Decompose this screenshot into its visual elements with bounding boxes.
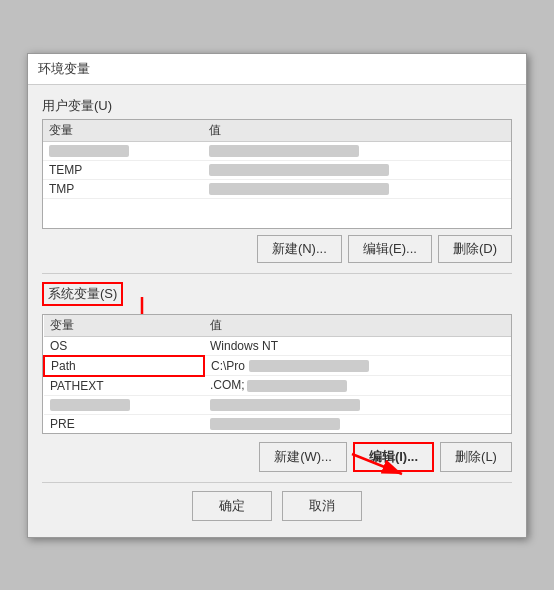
table-row[interactable]: [44, 395, 511, 414]
new-sys-button[interactable]: 新建(W)...: [259, 442, 347, 472]
user-col-val: 值: [203, 120, 511, 142]
table-row[interactable]: PRE: [44, 414, 511, 433]
bottom-btn-row: 确定 取消: [42, 491, 512, 525]
system-vars-table: 变量 值 OS Windows NT Path C:\Pro: [43, 315, 511, 434]
var-name: [43, 141, 203, 160]
environment-variables-dialog: 环境变量 用户变量(U) 变量 值: [27, 53, 527, 538]
ok-button[interactable]: 确定: [192, 491, 272, 521]
var-value: Windows NT: [204, 336, 511, 356]
edit-sys-button[interactable]: 编辑(I)...: [353, 442, 434, 472]
var-name: PATHEXT: [44, 376, 204, 396]
var-name-path: Path: [44, 356, 204, 376]
sys-col-val: 值: [204, 315, 511, 337]
title-text: 环境变量: [38, 61, 90, 76]
system-vars-table-container[interactable]: 变量 值 OS Windows NT Path C:\Pro: [42, 314, 512, 434]
var-name: TEMP: [43, 160, 203, 179]
var-value: [204, 414, 511, 433]
system-vars-section: 系统变量(S) 变量 值: [42, 282, 512, 472]
system-section-label: 系统变量(S): [42, 282, 123, 306]
var-value: .COM;: [204, 376, 511, 396]
user-section-label: 用户变量(U): [42, 97, 512, 115]
new-user-button[interactable]: 新建(N)...: [257, 235, 342, 263]
var-value: [203, 160, 511, 179]
edit-user-button[interactable]: 编辑(E)...: [348, 235, 432, 263]
delete-user-button[interactable]: 删除(D): [438, 235, 512, 263]
cancel-button[interactable]: 取消: [282, 491, 362, 521]
table-row[interactable]: TEMP: [43, 160, 511, 179]
table-row[interactable]: TMP: [43, 179, 511, 198]
var-name: TMP: [43, 179, 203, 198]
table-row[interactable]: OS Windows NT: [44, 336, 511, 356]
table-row-path[interactable]: Path C:\Pro: [44, 356, 511, 376]
var-value-path: C:\Pro: [204, 356, 511, 376]
var-name: PRE: [44, 414, 204, 433]
table-row[interactable]: PATHEXT .COM;: [44, 376, 511, 396]
delete-sys-button[interactable]: 删除(L): [440, 442, 512, 472]
user-col-var: 变量: [43, 120, 203, 142]
user-vars-table-container[interactable]: 变量 值 TEMP TMP: [42, 119, 512, 229]
sys-col-var: 变量: [44, 315, 204, 337]
system-btn-row: 新建(W)... 编辑(I)... 删除(L): [42, 442, 512, 472]
var-value: [204, 395, 511, 414]
user-vars-section: 用户变量(U) 变量 值 T: [42, 97, 512, 263]
dialog-title: 环境变量: [28, 54, 526, 85]
var-value: [203, 179, 511, 198]
section-divider: [42, 273, 512, 274]
var-name: [44, 395, 204, 414]
bottom-divider: [42, 482, 512, 483]
table-row[interactable]: [43, 141, 511, 160]
var-value: [203, 141, 511, 160]
user-vars-table: 变量 值 TEMP TMP: [43, 120, 511, 199]
dialog-body: 用户变量(U) 变量 值 T: [28, 85, 526, 537]
user-btn-row: 新建(N)... 编辑(E)... 删除(D): [42, 235, 512, 263]
var-name: OS: [44, 336, 204, 356]
